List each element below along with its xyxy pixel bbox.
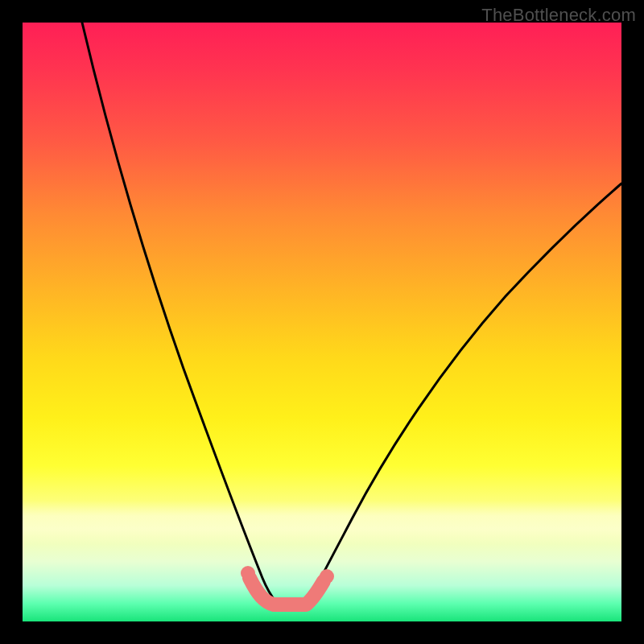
left-curve [82, 23, 276, 602]
pink-dot-right [320, 569, 334, 584]
plot-area [23, 23, 621, 621]
right-curve [308, 184, 621, 602]
chart-frame: TheBottleneck.com [0, 0, 644, 644]
pink-dot-left [241, 566, 255, 580]
watermark-text: TheBottleneck.com [481, 5, 636, 26]
pink-valley-highlight [250, 578, 324, 605]
curve-layer [23, 23, 621, 621]
